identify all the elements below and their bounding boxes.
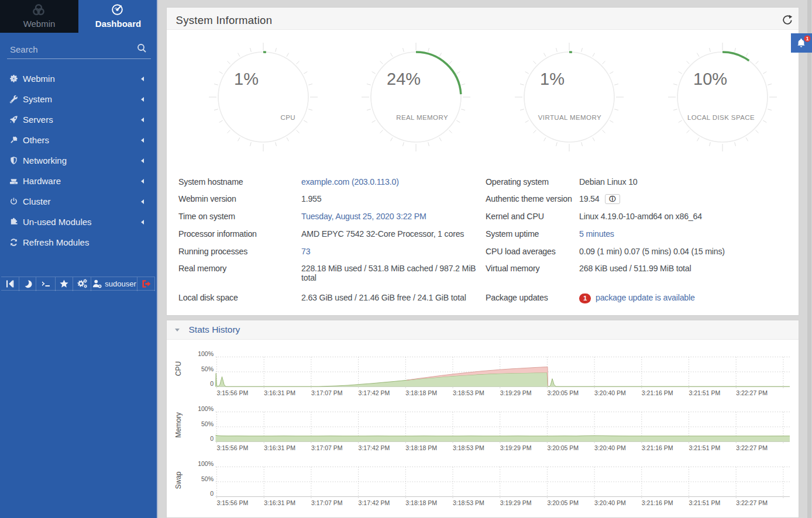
svg-text:50%: 50%: [201, 475, 214, 482]
svg-text:0: 0: [210, 490, 214, 497]
svg-text:3:21:16 PM: 3:21:16 PM: [642, 499, 673, 506]
svg-text:CPU: CPU: [174, 361, 183, 376]
svg-text:3:16:31 PM: 3:16:31 PM: [264, 444, 295, 451]
svg-text:3:17:42 PM: 3:17:42 PM: [359, 499, 390, 506]
svg-text:3:20:05 PM: 3:20:05 PM: [547, 389, 579, 396]
svg-text:3:19:29 PM: 3:19:29 PM: [500, 499, 532, 506]
svg-text:3:15:56 PM: 3:15:56 PM: [217, 499, 249, 506]
svg-text:50%: 50%: [201, 365, 214, 372]
svg-text:3:19:29 PM: 3:19:29 PM: [500, 389, 532, 396]
svg-text:3:18:18 PM: 3:18:18 PM: [405, 389, 437, 396]
svg-text:3:18:18 PM: 3:18:18 PM: [405, 444, 437, 451]
svg-text:3:17:07 PM: 3:17:07 PM: [311, 444, 343, 451]
svg-text:3:15:56 PM: 3:15:56 PM: [217, 389, 249, 396]
svg-text:3:20:40 PM: 3:20:40 PM: [594, 444, 626, 451]
svg-text:3:18:18 PM: 3:18:18 PM: [405, 499, 437, 506]
svg-text:100%: 100%: [198, 460, 214, 467]
svg-text:3:22:27 PM: 3:22:27 PM: [736, 444, 768, 451]
svg-text:3:21:51 PM: 3:21:51 PM: [689, 444, 721, 451]
svg-text:3:22:27 PM: 3:22:27 PM: [736, 499, 768, 506]
svg-text:3:21:16 PM: 3:21:16 PM: [642, 389, 673, 396]
svg-text:3:21:51 PM: 3:21:51 PM: [689, 389, 721, 396]
svg-text:3:17:42 PM: 3:17:42 PM: [359, 389, 390, 396]
svg-text:3:21:16 PM: 3:21:16 PM: [642, 444, 673, 451]
svg-text:3:20:05 PM: 3:20:05 PM: [547, 499, 579, 506]
svg-text:3:18:53 PM: 3:18:53 PM: [453, 444, 484, 451]
svg-text:3:19:29 PM: 3:19:29 PM: [500, 444, 532, 451]
svg-text:Swap: Swap: [174, 471, 183, 489]
svg-text:100%: 100%: [198, 350, 214, 357]
svg-text:3:18:53 PM: 3:18:53 PM: [453, 389, 484, 396]
svg-text:3:17:42 PM: 3:17:42 PM: [359, 444, 390, 451]
svg-text:0: 0: [210, 435, 214, 442]
svg-text:3:21:51 PM: 3:21:51 PM: [689, 499, 721, 506]
svg-text:3:17:07 PM: 3:17:07 PM: [311, 389, 343, 396]
svg-text:3:22:27 PM: 3:22:27 PM: [736, 389, 768, 396]
svg-text:3:16:31 PM: 3:16:31 PM: [264, 499, 295, 506]
svg-text:3:20:40 PM: 3:20:40 PM: [594, 499, 626, 506]
svg-text:50%: 50%: [201, 420, 214, 427]
svg-text:3:16:31 PM: 3:16:31 PM: [264, 389, 295, 396]
svg-text:0: 0: [210, 380, 214, 387]
svg-text:100%: 100%: [198, 405, 214, 412]
svg-text:3:20:05 PM: 3:20:05 PM: [547, 444, 579, 451]
svg-text:3:20:40 PM: 3:20:40 PM: [594, 389, 626, 396]
svg-text:3:18:53 PM: 3:18:53 PM: [453, 499, 484, 506]
svg-text:3:15:56 PM: 3:15:56 PM: [217, 444, 249, 451]
svg-text:Memory: Memory: [174, 412, 183, 437]
svg-text:1: 1: [806, 36, 809, 42]
svg-text:3:17:07 PM: 3:17:07 PM: [311, 499, 343, 506]
